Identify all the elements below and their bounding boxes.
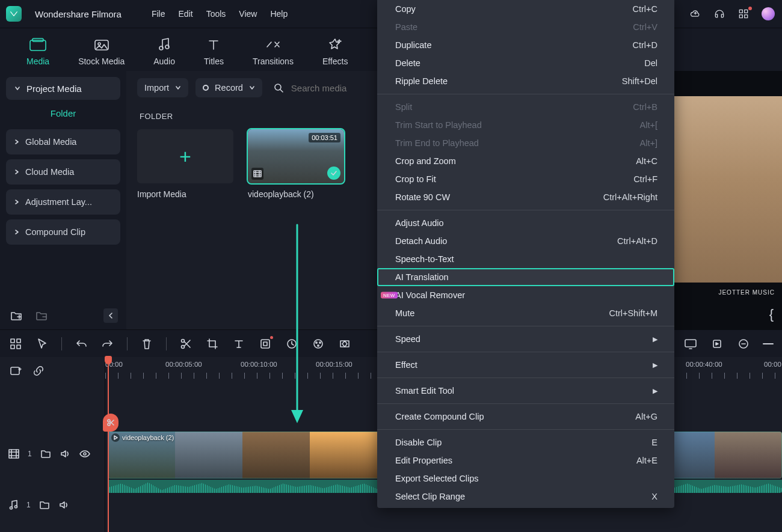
ctx-item-smart-edit-tool[interactable]: Smart Edit Tool▶ xyxy=(377,382,674,400)
menu-help[interactable]: Help xyxy=(270,9,288,19)
link-icon[interactable] xyxy=(31,364,46,378)
menu-edit[interactable]: Edit xyxy=(179,9,193,19)
ctx-item-crop-and-zoom[interactable]: Crop and ZoomAlt+C xyxy=(377,152,674,170)
undo-icon[interactable] xyxy=(74,337,88,351)
search-wrap[interactable] xyxy=(273,82,374,94)
search-input[interactable] xyxy=(290,82,374,94)
ctx-item-speech-to-text[interactable]: Speech-to-Text xyxy=(377,250,674,268)
chevron-right-icon xyxy=(14,169,19,175)
import-media-card[interactable]: + Import Media xyxy=(137,129,233,199)
speaker-icon[interactable] xyxy=(58,500,69,510)
tab-stock-label: Stock Media xyxy=(78,57,125,66)
ctx-shortcut: Alt+G xyxy=(635,412,657,421)
eye-icon[interactable] xyxy=(79,450,91,458)
ctx-item-detach-audio[interactable]: Detach AudioCtrl+Alt+D xyxy=(377,232,674,250)
import-button[interactable]: Import xyxy=(137,78,188,97)
speed-icon[interactable] xyxy=(285,337,299,351)
svg-point-22 xyxy=(319,341,321,343)
svg-rect-12 xyxy=(11,339,14,343)
menu-file[interactable]: File xyxy=(152,9,165,19)
menu-view[interactable]: View xyxy=(239,9,257,19)
sidebar-item-cloud-media[interactable]: Cloud Media xyxy=(6,159,120,185)
context-menu[interactable]: CopyCtrl+CPasteCtrl+VDuplicateCtrl+DDele… xyxy=(377,0,674,508)
import-media-thumb[interactable]: + xyxy=(137,129,233,183)
sidebar-item-compound-clip[interactable]: Compound Clip xyxy=(6,219,120,245)
ctx-item-label: Trim End to Playhead xyxy=(395,138,479,148)
ctx-shortcut: Ctrl+Alt+D xyxy=(617,236,657,246)
tab-audio[interactable]: Audio xyxy=(153,36,175,66)
crop-zoom-icon[interactable] xyxy=(258,337,272,351)
cursor-icon[interactable] xyxy=(35,337,49,351)
ctx-item-adjust-audio[interactable]: Adjust Audio xyxy=(377,214,674,232)
ctx-item-speed[interactable]: Speed▶ xyxy=(377,330,674,348)
ctx-item-delete[interactable]: DeleteDel xyxy=(377,54,674,72)
sidebar-project-media[interactable]: Project Media xyxy=(6,77,120,100)
ctx-item-create-compound-clip[interactable]: Create Compound ClipAlt+G xyxy=(377,408,674,426)
media-clip-card[interactable]: 00:03:51 videoplayback (2) xyxy=(248,129,344,199)
ctx-item-label: Crop to Fit xyxy=(395,174,436,184)
ctx-item-copy[interactable]: CopyCtrl+C xyxy=(377,0,674,18)
brace-icon[interactable]: { xyxy=(769,307,774,322)
ctx-item-ai-translation[interactable]: AI Translation xyxy=(377,268,674,286)
ctx-item-edit-properties[interactable]: Edit PropertiesAlt+E xyxy=(377,451,674,469)
video-clip-label: videoplayback (2) xyxy=(122,434,174,441)
new-folder-icon[interactable] xyxy=(8,308,24,323)
marker-icon[interactable] xyxy=(710,337,724,351)
delete-folder-icon[interactable] xyxy=(34,308,49,323)
layout-icon[interactable] xyxy=(8,337,23,351)
redo-icon[interactable] xyxy=(100,337,115,351)
sidebar-folder-heading[interactable]: Folder xyxy=(6,100,120,124)
color-icon[interactable] xyxy=(311,337,325,351)
ruler-tick: 00:00:15:00 xyxy=(316,361,353,368)
cloud-icon[interactable] xyxy=(689,8,701,20)
tab-transitions[interactable]: Transitions xyxy=(253,36,294,66)
media-clip-thumb[interactable]: 00:03:51 xyxy=(248,129,344,183)
keyframe-tool-icon[interactable] xyxy=(337,337,352,351)
svg-point-21 xyxy=(316,341,317,343)
ctx-item-export-selected-clips[interactable]: Export Selected Clips xyxy=(377,469,674,488)
tab-stock-media[interactable]: Stock Media xyxy=(78,36,125,66)
folder-icon[interactable] xyxy=(39,500,50,510)
sidebar-project-media-label: Project Media xyxy=(26,84,82,94)
sidebar: Project Media Folder Global Media Cloud … xyxy=(0,71,126,329)
ctx-item-mute[interactable]: MuteCtrl+Shift+M xyxy=(377,304,674,322)
grid-icon[interactable] xyxy=(737,8,750,20)
fit-screen-icon[interactable] xyxy=(683,337,698,351)
folder-icon[interactable] xyxy=(40,449,51,459)
sidebar-item-global-media[interactable]: Global Media xyxy=(6,129,120,154)
ctx-item-duplicate[interactable]: DuplicateCtrl+D xyxy=(377,36,674,54)
speaker-icon[interactable] xyxy=(60,449,70,459)
tab-effects[interactable]: Effects xyxy=(322,36,348,66)
ctx-item-ai-vocal-remover[interactable]: NEWAI Vocal Remover xyxy=(377,286,674,304)
playhead[interactable] xyxy=(108,357,109,532)
ctx-item-disable-clip[interactable]: Disable ClipE xyxy=(377,433,674,451)
tab-media[interactable]: Media xyxy=(26,36,49,66)
ctx-item-crop-to-fit[interactable]: Crop to FitCtrl+F xyxy=(377,170,674,188)
split-icon[interactable] xyxy=(179,337,193,351)
add-track-icon[interactable] xyxy=(8,364,23,378)
svg-point-7 xyxy=(98,43,100,45)
sidebar-item-adjustment-layer[interactable]: Adjustment Lay... xyxy=(6,189,120,215)
tab-titles[interactable]: Titles xyxy=(204,36,224,66)
user-avatar[interactable] xyxy=(762,7,775,20)
ctx-item-effect[interactable]: Effect▶ xyxy=(377,356,674,374)
ctx-item-select-clip-range[interactable]: Select Clip RangeX xyxy=(377,488,674,506)
record-button[interactable]: Record xyxy=(196,78,262,97)
headset-icon[interactable] xyxy=(713,8,725,20)
ctx-separator xyxy=(377,326,674,326)
ctx-item-rotate-90-cw[interactable]: Rotate 90 CWCtrl+Alt+Right xyxy=(377,188,674,206)
ctx-item-label: Rotate 90 CW xyxy=(395,192,450,202)
sidebar-collapse-button[interactable] xyxy=(103,308,118,323)
text-icon[interactable] xyxy=(232,337,246,351)
zoom-slider-handle[interactable] xyxy=(763,337,774,351)
ctx-item-ripple-delete[interactable]: Ripple DeleteShift+Del xyxy=(377,72,674,90)
ctx-item-label: Delete xyxy=(395,58,420,68)
ctx-item-label: Create Compound Clip xyxy=(395,412,484,421)
split-bubble-icon[interactable] xyxy=(103,414,119,432)
menu-tools[interactable]: Tools xyxy=(206,9,226,19)
delete-icon[interactable] xyxy=(140,337,154,351)
zoom-out-icon[interactable] xyxy=(736,337,751,351)
ctx-shortcut: Ctrl+F xyxy=(633,174,657,184)
crop-icon[interactable] xyxy=(205,337,220,351)
svg-point-31 xyxy=(10,507,13,509)
